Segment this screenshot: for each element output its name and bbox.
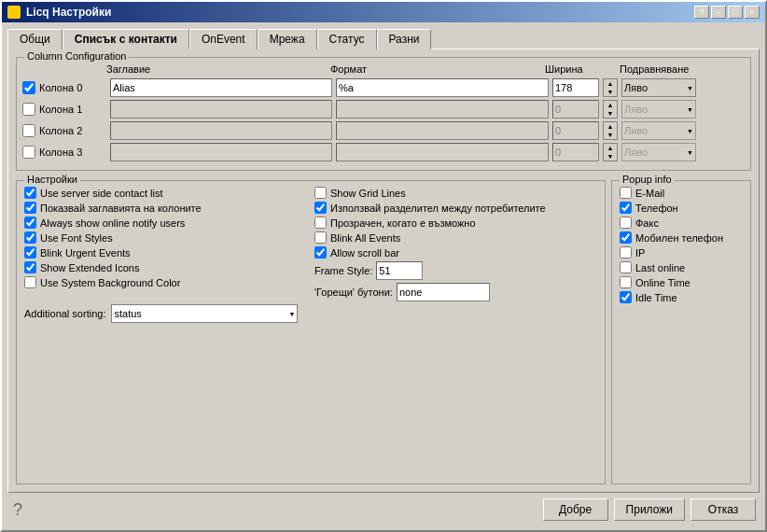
col0-check[interactable] [22, 81, 35, 94]
ok-button[interactable]: Добре [543, 498, 608, 521]
server-side-checkbox[interactable] [24, 187, 36, 199]
col3-width-input[interactable] [552, 143, 599, 161]
sys-bg-checkbox[interactable] [24, 276, 36, 288]
popup-online-time-checkbox[interactable] [620, 276, 632, 288]
frame-style-input[interactable] [376, 261, 423, 280]
tab-network[interactable]: Мрежа [258, 29, 317, 49]
col2-width-input[interactable] [552, 121, 599, 140]
footer-left: ? [11, 498, 34, 521]
additional-sorting-select[interactable]: status name none [111, 304, 298, 323]
col2-check[interactable] [22, 124, 35, 137]
col0-width-down[interactable]: ▼ [604, 88, 617, 96]
tab-general[interactable]: Общи [7, 29, 63, 49]
tab-onevent[interactable]: OnEvent [189, 29, 258, 49]
sort-dropdown-wrap: status name none [111, 304, 298, 323]
settings-group-label: Настройки [24, 174, 80, 185]
svg-text:?: ? [13, 500, 22, 519]
maximize-button[interactable]: □ [728, 6, 743, 19]
close-button[interactable]: × [745, 6, 760, 19]
window-title: Licq Настройки [26, 6, 111, 19]
help-button[interactable]: ? [694, 6, 709, 19]
tab-contacts[interactable]: Списък с контакти [63, 29, 189, 49]
popup-ip: IP [620, 246, 743, 259]
popup-last-online-checkbox[interactable] [620, 261, 632, 273]
check-ext-icons: Show Extended Icons [24, 261, 307, 273]
popup-phone-checkbox[interactable] [620, 202, 632, 214]
transparent-label: Прозрачен, когато е възможно [330, 217, 476, 229]
col0-title-input[interactable] [110, 78, 332, 97]
title-area: Licq Настройки [7, 6, 111, 19]
col1-check[interactable] [22, 103, 35, 116]
tab-bar: Общи Списък с контакти OnEvent Мрежа Ста… [7, 28, 760, 49]
hot-buttons-input[interactable] [397, 283, 490, 301]
popup-email-checkbox[interactable] [620, 187, 632, 199]
settings-group: Настройки Use server side contact list П… [16, 180, 606, 484]
divider-checkbox[interactable] [314, 202, 327, 214]
col3-check[interactable] [22, 146, 35, 159]
tab-status[interactable]: Статус [317, 29, 377, 49]
col0-format-input[interactable] [336, 78, 549, 97]
col1-width-down[interactable]: ▼ [604, 109, 617, 118]
always-online-checkbox[interactable] [24, 217, 36, 229]
col3-title-input[interactable] [110, 143, 332, 161]
titlebar: Licq Настройки ? − □ × [2, 2, 765, 22]
popup-info-label: Popup info [620, 174, 675, 185]
col0-width-spinner[interactable]: ▲ ▼ [603, 78, 618, 97]
col-headers-checkbox[interactable] [24, 202, 36, 214]
popup-mobile-checkbox[interactable] [620, 231, 632, 244]
popup-idle-time-label: Idle Time [635, 292, 677, 303]
cancel-button[interactable]: Отказ [690, 498, 756, 521]
settings-left-col: Use server side contact list Показвай за… [24, 187, 307, 304]
popup-idle-time-checkbox[interactable] [620, 291, 632, 303]
col2-format-input[interactable] [336, 121, 549, 140]
grid-lines-checkbox[interactable] [314, 187, 327, 199]
col3-width-up[interactable]: ▲ [604, 144, 617, 152]
popup-phone-label: Телефон [635, 203, 678, 214]
popup-email-label: E-Mail [635, 188, 664, 199]
col3-width-down[interactable]: ▼ [604, 152, 617, 161]
col1-width-input[interactable] [552, 100, 599, 119]
col3-format-input[interactable] [336, 143, 549, 161]
font-styles-checkbox[interactable] [24, 231, 36, 244]
frame-style-row: Frame Style: [314, 261, 597, 280]
col3-width-spinner[interactable]: ▲ ▼ [603, 143, 618, 161]
col2-name: Колона 2 [39, 125, 106, 136]
apply-button[interactable]: Приложи [614, 498, 685, 521]
content-area: Общи Списък с контакти OnEvent Мрежа Ста… [2, 22, 765, 530]
col0-align-select[interactable]: Ляво Център Дясно [621, 78, 696, 97]
popup-fax-checkbox[interactable] [620, 217, 632, 229]
col2-width-spinner[interactable]: ▲ ▼ [603, 121, 618, 140]
col2-align-select[interactable]: Ляво [621, 121, 696, 140]
footer-buttons: Добре Приложи Отказ [543, 498, 756, 521]
col2-width-down[interactable]: ▼ [604, 131, 617, 139]
col1-width-spinner[interactable]: ▲ ▼ [603, 100, 618, 119]
col3-name: Колона 3 [39, 147, 106, 158]
allow-scroll-checkbox[interactable] [314, 246, 327, 259]
minimize-button[interactable]: − [711, 6, 726, 19]
col1-align-wrap: Ляво [621, 100, 696, 119]
popup-mobile: Мобилен телефон [620, 231, 743, 244]
check-grid-lines: Show Grid Lines [314, 187, 597, 199]
col0-width-up[interactable]: ▲ [604, 79, 617, 88]
col0-name: Колона 0 [39, 82, 106, 93]
blink-all-checkbox[interactable] [314, 231, 327, 244]
col1-format-input[interactable] [336, 100, 549, 119]
col0-width-input[interactable] [552, 78, 599, 97]
check-divider: Използвай разделител между потребителите [314, 202, 597, 214]
column-headers: Заглавие Формат Ширина Подравняване [22, 63, 745, 75]
transparent-checkbox[interactable] [314, 217, 327, 229]
ext-icons-checkbox[interactable] [24, 261, 36, 273]
col2-title-input[interactable] [110, 121, 332, 140]
popup-ip-checkbox[interactable] [620, 246, 632, 259]
col1-title-input[interactable] [110, 100, 332, 119]
header-format: Формат [330, 63, 545, 75]
col-headers-label: Показвай заглавията на колоните [40, 203, 202, 214]
col1-width-up[interactable]: ▲ [604, 101, 617, 109]
col1-align-select[interactable]: Ляво [621, 100, 696, 119]
tab-content-contacts: Column Configuration Заглавие Формат Шир… [7, 49, 760, 493]
tab-misc[interactable]: Разни [377, 29, 432, 49]
col3-align-wrap: Ляво [621, 143, 696, 161]
col2-width-up[interactable]: ▲ [604, 122, 617, 131]
col3-align-select[interactable]: Ляво [621, 143, 696, 161]
blink-urgent-checkbox[interactable] [24, 246, 36, 259]
